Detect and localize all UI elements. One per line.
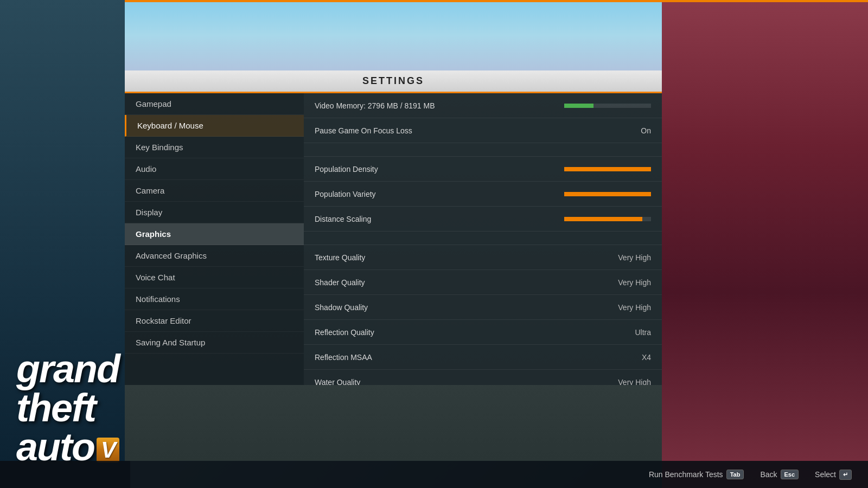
video-memory-fill [564, 104, 593, 108]
texture-quality-row[interactable]: Texture Quality Very High [304, 245, 662, 270]
shadow-quality-value: Very High [618, 303, 651, 312]
population-density-bar [564, 167, 651, 171]
pause-game-value: On [641, 126, 651, 135]
settings-panel: SETTINGS Gamepad Keyboard / Mouse Key Bi… [125, 70, 662, 385]
back-key: Esc [781, 470, 799, 479]
sidebar-item-voice-chat[interactable]: Voice Chat [125, 267, 304, 288]
sidebar-item-audio[interactable]: Audio [125, 158, 304, 180]
shader-quality-value: Very High [618, 278, 651, 287]
sidebar-item-key-bindings-label: Key Bindings [136, 143, 183, 152]
population-density-fill [564, 167, 651, 171]
sidebar-item-gamepad-label: Gamepad [136, 99, 171, 108]
bg-containers-right [662, 0, 868, 488]
benchmark-key: Tab [726, 470, 744, 479]
water-quality-row[interactable]: Water Quality Very High [304, 370, 662, 385]
select-key: ↵ [839, 470, 852, 480]
settings-title: SETTINGS [362, 75, 424, 87]
population-variety-label: Population Variety [315, 190, 376, 198]
sidebar-item-key-bindings[interactable]: Key Bindings [125, 137, 304, 158]
texture-quality-value: Very High [618, 253, 651, 262]
shadow-quality-row[interactable]: Shadow Quality Very High [304, 295, 662, 320]
panel-body: Gamepad Keyboard / Mouse Key Bindings Au… [125, 93, 662, 385]
distance-scaling-bar [564, 217, 651, 221]
distance-scaling-fill [564, 217, 642, 221]
water-quality-label: Water Quality [315, 378, 360, 386]
reflection-msaa-value: X4 [642, 353, 651, 362]
reflection-msaa-label: Reflection MSAA [315, 353, 372, 362]
sidebar-item-saving-startup-label: Saving And Startup [136, 338, 205, 347]
reflection-msaa-row[interactable]: Reflection MSAA X4 [304, 345, 662, 370]
select-action[interactable]: Select ↵ [815, 470, 852, 480]
sidebar-item-notifications[interactable]: Notifications [125, 288, 304, 310]
sky-area [125, 0, 662, 70]
distance-scaling-label: Distance Scaling [315, 215, 371, 223]
sidebar-item-notifications-label: Notifications [136, 294, 180, 304]
gta-five-badge: V [97, 438, 119, 463]
reflection-quality-value: Ultra [635, 328, 651, 337]
population-variety-bar [564, 192, 651, 196]
population-variety-row[interactable]: Population Variety [304, 182, 662, 207]
sidebar-item-keyboard-mouse[interactable]: Keyboard / Mouse [125, 115, 304, 137]
select-label: Select [815, 470, 836, 479]
bottom-bar: Run Benchmark Tests Tab Back Esc Select … [0, 461, 868, 488]
sidebar-item-keyboard-mouse-label: Keyboard / Mouse [137, 121, 203, 130]
pause-game-label: Pause Game On Focus Loss [315, 126, 412, 135]
sidebar-item-saving-startup[interactable]: Saving And Startup [125, 332, 304, 354]
sidebar-item-graphics[interactable]: Graphics [125, 223, 304, 245]
back-label: Back [760, 470, 777, 479]
reflection-quality-row[interactable]: Reflection Quality Ultra [304, 320, 662, 345]
shader-quality-row[interactable]: Shader Quality Very High [304, 270, 662, 295]
sidebar-item-camera-label: Camera [136, 186, 164, 195]
video-memory-bar [564, 104, 651, 108]
sidebar-item-camera[interactable]: Camera [125, 180, 304, 202]
population-density-row[interactable]: Population Density [304, 157, 662, 182]
pause-game-row[interactable]: Pause Game On Focus Loss On [304, 118, 662, 143]
orange-accent-bar [125, 0, 868, 2]
back-action[interactable]: Back Esc [760, 470, 799, 479]
sidebar-item-rockstar-editor[interactable]: Rockstar Editor [125, 310, 304, 332]
population-density-label: Population Density [315, 165, 378, 174]
video-memory-label: Video Memory: 2796 MB / 8191 MB [315, 101, 435, 110]
water-quality-value: Very High [618, 378, 651, 386]
distance-scaling-row[interactable]: Distance Scaling [304, 207, 662, 232]
sidebar-item-gamepad[interactable]: Gamepad [125, 93, 304, 115]
spacer-row-2 [304, 232, 662, 245]
gta-logo: grand theft autoV [16, 349, 119, 466]
gta-text-theft: theft [16, 388, 119, 427]
benchmark-action[interactable]: Run Benchmark Tests Tab [649, 470, 744, 479]
settings-title-bar: SETTINGS [125, 70, 662, 93]
sidebar-item-audio-label: Audio [136, 164, 156, 174]
sidebar-item-display-label: Display [136, 208, 162, 217]
benchmark-label: Run Benchmark Tests [649, 470, 723, 479]
sidebar-item-advanced-graphics[interactable]: Advanced Graphics [125, 245, 304, 267]
sidebar-item-voice-chat-label: Voice Chat [136, 273, 175, 282]
content-area: Video Memory: 2796 MB / 8191 MB Pause Ga… [304, 93, 662, 385]
nav-sidebar: Gamepad Keyboard / Mouse Key Bindings Au… [125, 93, 304, 385]
sidebar-item-graphics-label: Graphics [136, 229, 171, 239]
spacer-row [304, 143, 662, 157]
sidebar-item-rockstar-editor-label: Rockstar Editor [136, 316, 192, 325]
sidebar-item-display[interactable]: Display [125, 202, 304, 223]
sidebar-item-advanced-graphics-label: Advanced Graphics [136, 251, 207, 260]
reflection-quality-label: Reflection Quality [315, 328, 374, 337]
population-variety-fill [564, 192, 651, 196]
shader-quality-label: Shader Quality [315, 278, 365, 287]
video-memory-row: Video Memory: 2796 MB / 8191 MB [304, 93, 662, 118]
gta-text-grand: grand [16, 349, 119, 388]
texture-quality-label: Texture Quality [315, 253, 365, 262]
shadow-quality-label: Shadow Quality [315, 303, 368, 312]
